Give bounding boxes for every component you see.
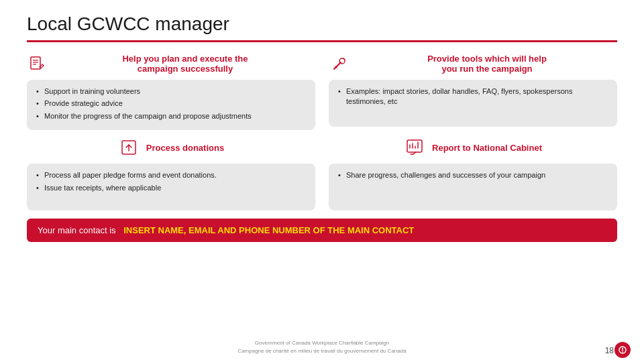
top-left-section: Help you plan and execute the campaign s…	[27, 53, 315, 130]
bottom-right-header: Report to National Cabinet	[329, 137, 617, 158]
bottom-left-header: Process donations	[27, 137, 315, 158]
top-left-title: Help you plan and execute the campaign s…	[55, 54, 315, 74]
bottom-left-title: Process donations	[146, 143, 224, 153]
top-left-body: Support in training volunteers Provide s…	[27, 80, 315, 130]
page: Local GCWCC manager Help you plan and	[0, 0, 644, 362]
footer-bottom: Government of Canada Workplace Charitabl…	[0, 339, 644, 355]
list-item: Provide strategic advice	[36, 99, 306, 109]
list-item: Issue tax receipts, where applicable	[36, 183, 306, 193]
bottom-left-body: Process all paper pledge forms and event…	[27, 164, 315, 210]
footer-prefix: Your main contact is	[38, 225, 116, 235]
bottom-left-section: Process donations Process all paper pled…	[27, 137, 315, 210]
list-item: Support in training volunteers	[36, 86, 306, 97]
top-right-body: Examples: impact stories, dollar handles…	[329, 80, 617, 127]
bottom-right-body: Share progress, challenges and successes…	[329, 164, 617, 210]
page-title: Local GCWCC manager	[27, 13, 617, 35]
bottom-sections: Process donations Process all paper pled…	[27, 137, 617, 210]
footer-banner: Your main contact is INSERT NAME, EMAIL …	[27, 219, 617, 242]
top-right-header: Provide tools which will help you run th…	[329, 53, 617, 74]
chart-icon	[404, 137, 425, 158]
bottom-right-title: Report to National Cabinet	[432, 143, 542, 153]
svg-line-4	[42, 64, 44, 66]
edit-icon	[27, 53, 48, 74]
list-item: Examples: impact stories, dollar handles…	[338, 86, 608, 107]
top-right-title: Provide tools which will help you run th…	[357, 54, 617, 74]
tools-icon	[329, 53, 350, 74]
footer-line2: Campagne de charité en milieu de travail…	[0, 347, 644, 355]
top-left-header: Help you plan and execute the campaign s…	[27, 53, 315, 74]
arrow-icon	[118, 137, 140, 158]
top-sections: Help you plan and execute the campaign s…	[27, 53, 617, 130]
list-item: Share progress, challenges and successes…	[338, 170, 608, 180]
list-item: Monitor the progress of the campaign and…	[36, 111, 306, 121]
top-right-section: Provide tools which will help you run th…	[329, 53, 617, 130]
red-divider	[27, 40, 617, 42]
footer-insert-text: INSERT NAME, EMAIL AND PHONE NUMBER OF T…	[123, 225, 414, 235]
red-circle-icon	[614, 342, 631, 358]
svg-point-17	[622, 351, 623, 353]
bottom-right-section: Report to National Cabinet Share progres…	[329, 137, 617, 210]
footer-line1: Government of Canada Workplace Charitabl…	[0, 339, 644, 347]
page-number: 18	[605, 346, 614, 355]
svg-rect-0	[31, 57, 40, 69]
list-item: Process all paper pledge forms and event…	[36, 170, 306, 180]
